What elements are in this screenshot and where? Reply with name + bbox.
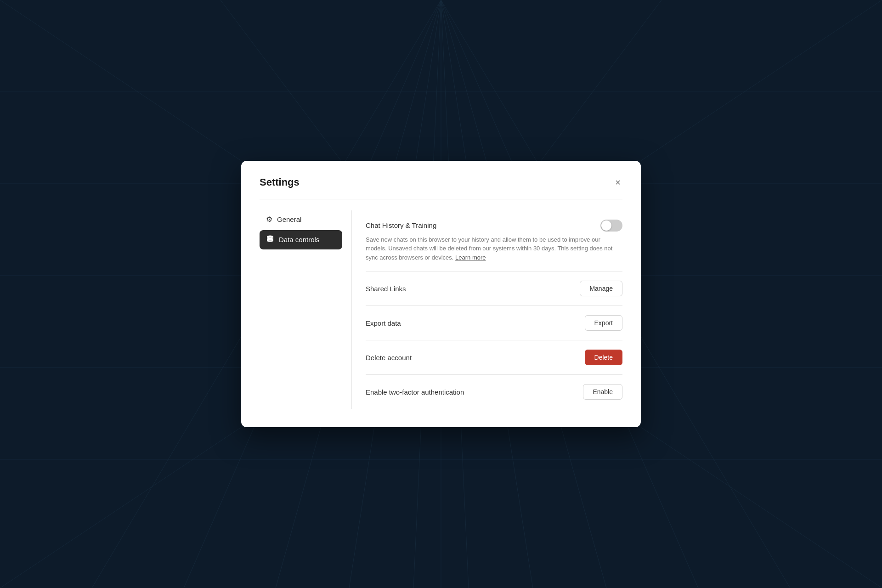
modal-body: ⚙ General Data controls — [260, 210, 622, 409]
delete-button[interactable]: Delete — [585, 350, 622, 365]
setting-row-two-factor: Enable two-factor authentication Enable — [366, 375, 622, 409]
export-button[interactable]: Export — [585, 315, 622, 331]
chat-history-toggle[interactable] — [600, 220, 622, 232]
sidebar-item-data-controls-label: Data controls — [279, 236, 319, 243]
svg-point-22 — [267, 235, 273, 237]
settings-modal: Settings × ⚙ General Data controls — [241, 161, 641, 428]
setting-row-top-two-factor: Enable two-factor authentication Enable — [366, 384, 622, 400]
sidebar: ⚙ General Data controls — [260, 210, 351, 409]
delete-account-label: Delete account — [366, 354, 412, 362]
setting-row-top-shared-links: Shared Links Manage — [366, 281, 622, 296]
database-icon — [266, 235, 274, 245]
setting-row-export-data: Export data Export — [366, 306, 622, 340]
modal-header: Settings × — [260, 175, 622, 199]
setting-row-top-delete-account: Delete account Delete — [366, 350, 622, 365]
sidebar-item-data-controls[interactable]: Data controls — [260, 230, 342, 249]
manage-button[interactable]: Manage — [580, 281, 622, 296]
close-button[interactable]: × — [613, 175, 622, 190]
gear-icon: ⚙ — [266, 215, 272, 224]
chat-history-description: Save new chats on this browser to your h… — [366, 235, 622, 262]
sidebar-item-general[interactable]: ⚙ General — [260, 210, 342, 228]
shared-links-label: Shared Links — [366, 285, 406, 293]
sidebar-item-general-label: General — [277, 215, 301, 223]
setting-row-delete-account: Delete account Delete — [366, 340, 622, 375]
export-data-label: Export data — [366, 319, 401, 327]
setting-row-shared-links: Shared Links Manage — [366, 271, 622, 306]
two-factor-label: Enable two-factor authentication — [366, 388, 464, 396]
setting-row-top-chat-history: Chat History & Training — [366, 220, 622, 232]
modal-title: Settings — [260, 176, 300, 188]
content-area: Chat History & Training Save new chats o… — [351, 210, 622, 409]
setting-row-chat-history: Chat History & Training Save new chats o… — [366, 210, 622, 272]
chat-history-label: Chat History & Training — [366, 221, 436, 229]
learn-more-link[interactable]: Learn more — [455, 254, 486, 261]
enable-button[interactable]: Enable — [583, 384, 622, 400]
setting-row-top-export-data: Export data Export — [366, 315, 622, 331]
